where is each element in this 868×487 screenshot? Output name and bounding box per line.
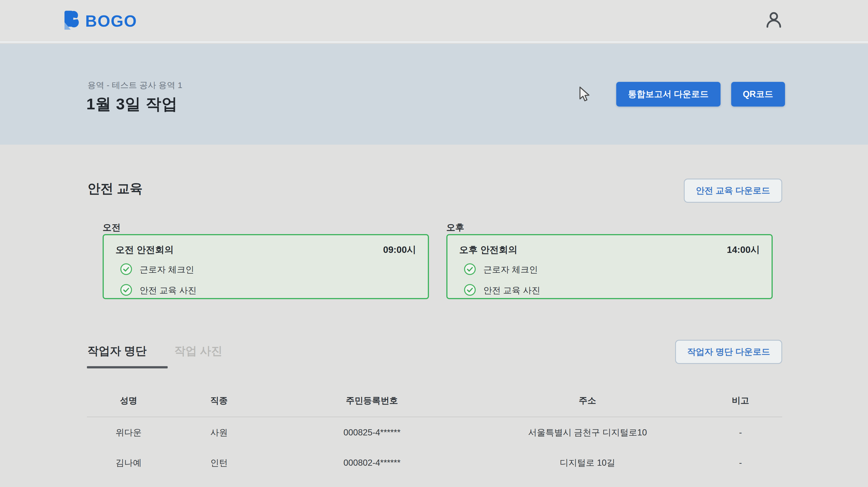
report-download-button[interactable]: 통합보고서 다운로드 (616, 82, 720, 106)
session-check-list: 근로자 체크인 안전 교육 사진 (120, 263, 416, 297)
page-title: 1월 3일 작업 (86, 94, 178, 115)
user-icon (765, 11, 783, 31)
safety-education-title: 안전 교육 (88, 180, 143, 197)
cell-occupation: 인턴 (170, 448, 268, 478)
check-circle-icon (120, 263, 132, 276)
tab-work-photos[interactable]: 작업 사진 (175, 343, 222, 359)
bogo-logo-icon (64, 11, 81, 31)
cell-resident-id: 000825-4****** (268, 417, 476, 448)
check-item-safety-photo: 안전 교육 사진 (464, 284, 760, 297)
column-header-resident-id: 주민등록번호 (268, 390, 476, 417)
cell-name: 김나예 (87, 448, 170, 478)
check-item-worker-checkin: 근로자 체크인 (120, 263, 416, 276)
breadcrumb: 용역 - 테스트 공사 용역 1 (88, 80, 182, 91)
session-card-header: 오후 안전회의 14:00시 (459, 244, 760, 256)
cell-address: 디지털로 10길 (476, 448, 699, 478)
logo[interactable]: BOGO (64, 11, 137, 31)
column-header-address: 주소 (476, 390, 699, 417)
active-tab-underline (87, 366, 168, 368)
check-circle-icon (464, 284, 476, 297)
check-item-label: 근로자 체크인 (483, 264, 538, 276)
check-item-safety-photo: 안전 교육 사진 (120, 284, 416, 297)
table-row: 김나예 인턴 000802-4****** 디지털로 10길 - (87, 448, 782, 478)
check-circle-icon (464, 263, 476, 276)
check-item-worker-checkin: 근로자 체크인 (464, 263, 760, 276)
table-row: 위다운 사원 000825-4****** 서울특별시 금천구 디지털로10 - (87, 417, 782, 448)
check-circle-icon (120, 284, 132, 297)
session-check-list: 근로자 체크인 안전 교육 사진 (464, 263, 760, 297)
logo-text: BOGO (85, 11, 137, 30)
afternoon-safety-meeting-card[interactable]: 오후 안전회의 14:00시 근로자 체크인 안전 교육 사진 (446, 234, 773, 299)
check-item-label: 안전 교육 사진 (483, 284, 540, 296)
page-header-band: 용역 - 테스트 공사 용역 1 1월 3일 작업 통합보고서 다운로드 QR코… (0, 44, 868, 145)
column-header-occupation: 직종 (170, 390, 268, 417)
cell-resident-id: 000802-4****** (268, 448, 476, 478)
header-actions: 통합보고서 다운로드 QR코드 (616, 82, 785, 106)
cell-name: 위다운 (87, 417, 170, 448)
session-time: 14:00시 (727, 244, 760, 256)
check-item-label: 안전 교육 사진 (140, 284, 196, 296)
worker-roster-table: 성명 직종 주민등록번호 주소 비고 위다운 사원 000825-4******… (87, 390, 782, 478)
user-menu-button[interactable] (764, 11, 784, 31)
tab-worker-roster[interactable]: 작업자 명단 (88, 343, 147, 359)
session-card-header: 오전 안전회의 09:00시 (116, 244, 416, 256)
qr-code-button[interactable]: QR코드 (731, 82, 785, 106)
session-time: 09:00시 (383, 244, 416, 256)
afternoon-period-label: 오후 (446, 221, 464, 234)
cell-occupation: 사원 (170, 417, 268, 448)
safety-education-download-button[interactable]: 안전 교육 다운로드 (684, 179, 782, 203)
column-header-remarks: 비고 (699, 390, 782, 417)
session-name: 오전 안전회의 (116, 244, 174, 256)
column-header-name: 성명 (87, 390, 170, 417)
morning-period-label: 오전 (103, 221, 121, 234)
cell-address: 서울특별시 금천구 디지털로10 (476, 417, 699, 448)
top-navigation-bar: BOGO (0, 0, 868, 42)
table-header-row: 성명 직종 주민등록번호 주소 비고 (87, 390, 782, 417)
morning-safety-meeting-card[interactable]: 오전 안전회의 09:00시 근로자 체크인 안전 교육 사진 (103, 234, 429, 299)
session-name: 오후 안전회의 (459, 244, 517, 256)
worker-roster-download-button[interactable]: 작업자 명단 다운로드 (675, 340, 782, 364)
cell-remarks: - (699, 417, 782, 448)
cell-remarks: - (699, 448, 782, 478)
check-item-label: 근로자 체크인 (140, 264, 194, 276)
